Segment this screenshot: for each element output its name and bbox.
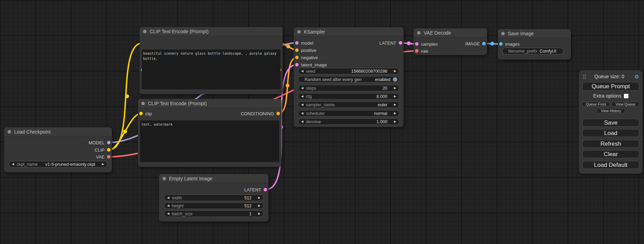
- queue-panel[interactable]: Queue size: 0 ⚙ Queue Prompt Extra optio…: [579, 70, 643, 174]
- decrement-arrow-icon[interactable]: ◀: [301, 112, 303, 115]
- random-seed-toggle-widget[interactable]: Random seed after every gen enabled: [298, 76, 399, 83]
- collapse-dot-icon[interactable]: [143, 30, 147, 33]
- node-title-bar[interactable]: Load Checkpoint: [4, 127, 112, 136]
- conditioning-port-dot-icon[interactable]: [295, 56, 299, 59]
- latent-port-dot-icon[interactable]: [295, 63, 299, 66]
- node-title: CLIP Text Encode (Prompt): [148, 101, 207, 106]
- extra-options-checkbox[interactable]: [624, 94, 628, 98]
- node-title-bar[interactable]: CLIP Text Encode (Prompt): [138, 99, 281, 108]
- node-title-bar[interactable]: VAE Decode: [414, 28, 487, 37]
- output-port-vae[interactable]: VAE: [96, 153, 111, 160]
- vae-port-dot-icon[interactable]: [107, 155, 111, 159]
- sampler-name-widget[interactable]: ◀ sampler_name euler ▶: [298, 101, 399, 108]
- load-button[interactable]: Load: [582, 129, 639, 137]
- decrement-arrow-icon[interactable]: ◀: [167, 196, 169, 199]
- input-port-negative[interactable]: negative: [295, 54, 318, 61]
- steps-widget[interactable]: ◀ steps 20 ▶: [298, 85, 399, 91]
- node-title-bar[interactable]: Empty Latent Image: [159, 174, 268, 183]
- node-vae-decode[interactable]: VAE Decode samples vae IMAGE: [414, 28, 487, 55]
- denoise-widget[interactable]: ◀ denoise 1.000 ▶: [298, 118, 399, 125]
- increment-arrow-icon[interactable]: ▶: [394, 120, 396, 123]
- decrement-arrow-icon[interactable]: ◀: [12, 163, 14, 166]
- clear-button[interactable]: Clear: [582, 150, 639, 158]
- settings-gear-icon[interactable]: ⚙: [635, 74, 639, 79]
- decrement-arrow-icon[interactable]: ◀: [301, 87, 303, 90]
- input-port-positive[interactable]: positive: [295, 47, 316, 54]
- output-port-clip[interactable]: CLIP: [95, 146, 111, 153]
- conditioning-port-dot-icon[interactable]: [295, 48, 299, 52]
- node-clip-text-encode-positive[interactable]: CLIP Text Encode (Prompt) clip CONDITION…: [140, 27, 283, 94]
- collapse-dot-icon[interactable]: [162, 177, 166, 180]
- input-port-images[interactable]: images: [499, 40, 520, 47]
- node-clip-text-encode-negative[interactable]: CLIP Text Encode (Prompt) clip CONDITION…: [138, 99, 281, 167]
- scheduler-widget[interactable]: ◀ scheduler normal ▶: [298, 110, 399, 117]
- image-port-dot-icon[interactable]: [499, 42, 503, 46]
- input-port-latent-image[interactable]: latent_image: [295, 61, 327, 68]
- node-load-checkpoint[interactable]: Load Checkpoint MODEL CLIP VAE ◀ ckpt_na…: [4, 127, 112, 172]
- node-title-bar[interactable]: KSampler: [294, 27, 404, 36]
- queue-prompt-button[interactable]: Queue Prompt: [582, 82, 639, 91]
- comfyui-canvas[interactable]: { "colors": { "clip": "#FFD500", "model"…: [0, 0, 644, 244]
- increment-arrow-icon[interactable]: ▶: [258, 204, 261, 207]
- input-port-samples[interactable]: samples: [415, 40, 438, 47]
- collapse-dot-icon[interactable]: [141, 102, 145, 105]
- node-ksampler[interactable]: KSampler model positive negative latent_…: [294, 27, 404, 127]
- cfg-widget[interactable]: ◀ cfg 8.000 ▶: [298, 93, 399, 100]
- toggle-ball-icon[interactable]: [393, 77, 397, 82]
- input-port-vae[interactable]: vae: [415, 47, 428, 54]
- decrement-arrow-icon[interactable]: ◀: [301, 120, 303, 123]
- decrement-arrow-icon[interactable]: ◀: [167, 212, 169, 215]
- input-port-clip[interactable]: clip: [139, 110, 152, 117]
- queue-front-button[interactable]: Queue Front: [582, 102, 610, 107]
- input-port-model[interactable]: model: [295, 39, 313, 46]
- image-port-dot-icon[interactable]: [482, 42, 486, 45]
- view-queue-button[interactable]: View Queue: [611, 102, 639, 107]
- ckpt-name-widget[interactable]: ◀ ckpt_name v1-5-pruned-emaonly.ckpt ▶: [9, 161, 107, 168]
- node-save-image[interactable]: Save Image images filename_prefix ComfyU…: [498, 29, 571, 60]
- collapse-dot-icon[interactable]: [501, 32, 505, 35]
- increment-arrow-icon[interactable]: ▶: [258, 212, 261, 215]
- decrement-arrow-icon[interactable]: ◀: [301, 70, 303, 73]
- clip-port-dot-icon[interactable]: [139, 112, 143, 115]
- vae-port-dot-icon[interactable]: [415, 49, 418, 53]
- node-empty-latent-image[interactable]: Empty Latent Image LATENT ◀ width 512 ▶ …: [159, 174, 268, 222]
- positive-prompt-textarea[interactable]: beautiful scenery nature glass bottle la…: [142, 49, 281, 89]
- clip-port-dot-icon[interactable]: [107, 148, 111, 152]
- batch-size-widget[interactable]: ◀ batch_size 1 ▶: [164, 210, 264, 217]
- decrement-arrow-icon[interactable]: ◀: [301, 103, 303, 106]
- model-port-dot-icon[interactable]: [295, 41, 299, 45]
- increment-arrow-icon[interactable]: ▶: [394, 70, 396, 73]
- increment-arrow-icon[interactable]: ▶: [394, 95, 396, 98]
- increment-arrow-icon[interactable]: ▶: [394, 103, 396, 106]
- conditioning-port-dot-icon[interactable]: [276, 112, 280, 115]
- output-port-image[interactable]: IMAGE: [465, 40, 486, 47]
- seed-widget[interactable]: ◀ seed 156680208700286 ▶: [298, 68, 399, 74]
- height-widget[interactable]: ◀ height 512 ▶: [164, 202, 264, 209]
- width-widget[interactable]: ◀ width 512 ▶: [164, 195, 264, 201]
- increment-arrow-icon[interactable]: ▶: [394, 112, 396, 115]
- node-title-bar[interactable]: CLIP Text Encode (Prompt): [140, 27, 283, 36]
- increment-arrow-icon[interactable]: ▶: [102, 163, 104, 166]
- decrement-arrow-icon[interactable]: ◀: [301, 95, 303, 98]
- collapse-dot-icon[interactable]: [417, 31, 421, 35]
- collapse-dot-icon[interactable]: [8, 130, 11, 134]
- save-button[interactable]: Save: [582, 119, 639, 127]
- load-default-button[interactable]: Load Default: [582, 161, 639, 169]
- increment-arrow-icon[interactable]: ▶: [258, 196, 261, 199]
- negative-prompt-textarea[interactable]: text, watermark: [140, 120, 279, 162]
- model-port-dot-icon[interactable]: [107, 141, 111, 144]
- latent-port-dot-icon[interactable]: [399, 41, 402, 45]
- output-port-model[interactable]: MODEL: [89, 139, 111, 146]
- collapse-dot-icon[interactable]: [297, 30, 301, 34]
- output-port-latent[interactable]: LATENT: [379, 39, 402, 46]
- latent-port-dot-icon[interactable]: [264, 188, 267, 191]
- output-port-latent[interactable]: LATENT: [244, 186, 267, 193]
- increment-arrow-icon[interactable]: ▶: [394, 87, 396, 90]
- decrement-arrow-icon[interactable]: ◀: [167, 204, 169, 207]
- output-port-conditioning[interactable]: CONDITIONING: [241, 110, 280, 117]
- view-history-button[interactable]: View History: [597, 108, 625, 113]
- latent-port-dot-icon[interactable]: [415, 42, 418, 46]
- filename-prefix-widget[interactable]: filename_prefix ComfyUI: [502, 48, 564, 54]
- refresh-button[interactable]: Refresh: [582, 140, 639, 148]
- node-title-bar[interactable]: Save Image: [498, 29, 571, 38]
